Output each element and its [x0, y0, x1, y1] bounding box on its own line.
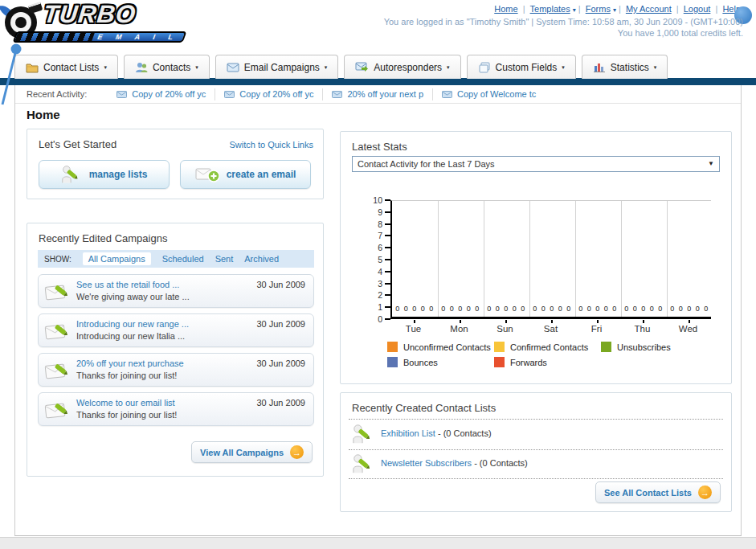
campaign-subtitle: Thanks for joining our list!	[76, 371, 177, 380]
y-axis-tick	[385, 294, 390, 296]
manage-lists-button[interactable]: manage lists	[39, 160, 170, 189]
filter-sent[interactable]: Sent	[215, 254, 234, 264]
contact-list-row[interactable]: Exhibition List - (0 Contacts)	[352, 423, 720, 447]
legend-item: Unconfirmed Contacts	[387, 339, 494, 354]
x-axis-label: Sat	[531, 324, 571, 334]
legend-swatch	[494, 357, 505, 367]
campaign-title-link[interactable]: See us at the retail food ...	[76, 280, 179, 289]
see-all-contact-lists-button[interactable]: See All Contact Lists →	[595, 481, 721, 503]
header-links: Home | Templates▾ | Forms▾ | My Account …	[492, 4, 743, 14]
grid-line	[529, 201, 530, 317]
panel-title: Recently Created Contact Lists	[352, 402, 496, 414]
filter-all-campaigns[interactable]: All Campaigns	[83, 252, 151, 265]
switch-to-quick-links-link[interactable]: Switch to Quick Links	[229, 140, 313, 150]
pages-icon	[478, 62, 491, 73]
stats-period-dropdown[interactable]: ▼ Contact Activity for the Last 7 Days	[352, 156, 720, 172]
tab-label: Email Campaigns	[244, 62, 320, 73]
panel-title: Recently Edited Campaigns	[39, 232, 167, 244]
legend-label: Bounces	[403, 358, 438, 367]
chevron-down-icon: ▼	[708, 157, 714, 171]
y-axis-tick	[385, 235, 390, 236]
turbo-email-logo[interactable]: TURBO E M A I L	[5, 2, 191, 48]
y-axis-tick	[385, 271, 390, 272]
filter-scheduled[interactable]: Scheduled	[162, 254, 204, 264]
separator: |	[676, 4, 679, 14]
turbo-pipe-icon	[28, 2, 43, 14]
panel-title: Latest Stats	[352, 141, 407, 153]
tab-email-campaigns[interactable]: Email Campaigns▾	[215, 55, 339, 79]
button-label: create an email	[227, 169, 296, 180]
chart-value-labels: 0 0 0 0 0	[529, 305, 575, 313]
person-pencil-icon	[352, 453, 374, 475]
view-all-campaigns-button[interactable]: View All Campaigns →	[191, 441, 313, 463]
show-label: SHOW:	[44, 255, 72, 264]
y-axis-tick	[385, 211, 390, 213]
grid-line	[438, 201, 439, 317]
dotted-divider	[349, 449, 723, 450]
y-axis-label: 1	[352, 302, 382, 312]
campaign-list: See us at the retail food ... We're givi…	[38, 274, 314, 432]
y-axis-tick	[385, 247, 390, 248]
filter-archived[interactable]: Archived	[244, 254, 279, 264]
header-link-my-account[interactable]: My Account	[626, 4, 672, 14]
contact-list-link[interactable]: Newsletter Subscribers	[381, 458, 472, 468]
campaign-title-link[interactable]: 20% off your next purchase	[76, 358, 184, 368]
tab-contacts[interactable]: Contacts▾	[124, 55, 210, 79]
separator: |	[578, 4, 581, 14]
campaign-row[interactable]: Welcome to our email list Thanks for joi…	[38, 392, 314, 426]
chevron-down-icon: ▾	[573, 6, 576, 14]
y-axis-label: 9	[352, 207, 382, 217]
legend-swatch	[387, 357, 398, 367]
chevron-down-icon: ▾	[613, 6, 616, 14]
panel-title: Let's Get Started	[39, 138, 116, 150]
logo-word: TURBO	[42, 0, 137, 29]
latest-stats-panel: Latest Stats ▼ Contact Activity for the …	[340, 131, 732, 384]
create-an-email-button[interactable]: create an email	[180, 160, 311, 189]
grid-line	[621, 201, 622, 317]
legend-label: Unconfirmed Contacts	[403, 342, 491, 352]
legend-label: Unsubscribes	[617, 342, 671, 352]
header-link-home[interactable]: Home	[494, 4, 517, 14]
arrow-right-icon: →	[698, 485, 712, 499]
person-pencil-icon	[61, 164, 82, 185]
y-axis-tick	[385, 259, 390, 260]
page-title: Home	[27, 108, 60, 121]
recently-created-contact-lists-panel: Recently Created Contact Lists Exhibitio…	[340, 392, 732, 512]
campaign-row[interactable]: 20% off your next purchase Thanks for jo…	[38, 353, 314, 387]
y-axis-label: 2	[352, 290, 382, 300]
login-info: You are logged in as "Timothy Smith" | S…	[384, 17, 743, 27]
chart-value-labels: 0 0 0 0 0	[575, 305, 621, 313]
contact-list-row[interactable]: Newsletter Subscribers - (0 Contacts)	[352, 453, 720, 477]
grid-line	[484, 201, 484, 317]
separator: |	[619, 4, 621, 14]
envelope-icon	[442, 91, 452, 98]
x-axis-label: Mon	[439, 324, 480, 334]
campaign-row[interactable]: Introducing our new range ... Introducin…	[38, 313, 314, 347]
tab-custom-fields[interactable]: Custom Fields▾	[467, 55, 576, 79]
dotted-divider	[349, 419, 723, 420]
contact-list-link[interactable]: Exhibition List	[381, 428, 435, 438]
x-axis-tick	[643, 320, 644, 323]
envelope-plus-icon	[195, 166, 219, 182]
recent-activity-item[interactable]: Copy of 20% off yc	[108, 88, 215, 100]
campaign-title-link[interactable]: Introducing our new range ...	[76, 319, 189, 329]
chart-value-labels: 0 0 0 0 0	[667, 305, 713, 313]
y-axis-label: 8	[352, 219, 382, 229]
stats-chart: 0 0 0 0 00 0 0 0 00 0 0 0 00 0 0 0 00 0 …	[352, 180, 720, 337]
recent-activity-item[interactable]: Copy of Welcome tc	[432, 88, 545, 100]
tab-statistics[interactable]: Statistics▾	[582, 55, 668, 79]
legend-label: Forwards	[510, 358, 547, 367]
legend-item: Unsubscribes	[601, 339, 708, 354]
tab-autoresponders[interactable]: Autoresponders▾	[344, 55, 460, 79]
tab-contact-lists[interactable]: Contact Lists▾	[14, 55, 118, 79]
header-link-templates[interactable]: Templates	[530, 4, 570, 14]
header-link-forms[interactable]: Forms	[586, 4, 611, 14]
campaign-row[interactable]: See us at the retail food ... We're givi…	[38, 274, 314, 308]
recent-activity-item[interactable]: Copy of 20% off yc	[215, 88, 322, 100]
y-axis-label: 10	[352, 195, 382, 205]
chevron-down-icon: ▾	[325, 64, 328, 71]
recent-activity-item[interactable]: 20% off your next p	[322, 88, 432, 100]
header-link-logout[interactable]: Logout	[684, 4, 711, 14]
campaign-title-link[interactable]: Welcome to our email list	[76, 398, 175, 408]
y-axis-label: 4	[352, 267, 382, 277]
